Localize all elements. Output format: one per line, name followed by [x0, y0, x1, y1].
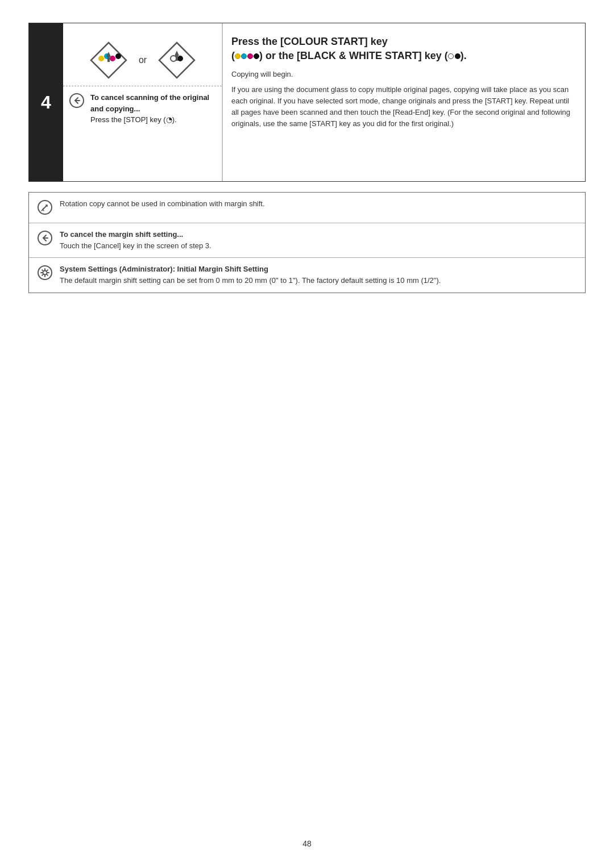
info-section: Rotation copy cannot be used in combinat…: [28, 192, 586, 293]
colour-key-svg: [89, 40, 128, 80]
cancel-margin-body: Touch the [Cancel] key in the screen of …: [60, 241, 211, 250]
svg-rect-6: [107, 56, 110, 62]
colour-start-key: [89, 40, 128, 80]
info-system-settings-text: System Settings (Administrator): Initial…: [60, 264, 441, 286]
page-number: 48: [0, 839, 614, 848]
svg-marker-10: [175, 51, 179, 56]
svg-point-4: [115, 53, 121, 59]
dot-black: [254, 53, 259, 59]
system-settings-label: System Settings (Administrator): Initial…: [60, 265, 268, 273]
cancel-scanning-area: To cancel scanning of the original and c…: [63, 86, 222, 131]
dot-white: [448, 53, 454, 59]
body-line-1: Copying will begin.: [231, 69, 571, 80]
step-text-area: Press the [COLOUR START] key ( ) or the …: [222, 23, 585, 181]
info-row-cancel-margin: To cancel the margin shift setting... To…: [29, 223, 585, 258]
svg-point-20: [38, 266, 52, 279]
svg-rect-11: [176, 55, 178, 61]
cancel-scanning-body: Press the [STOP] key (◔).: [90, 115, 177, 124]
info-row-rotation: Rotation copy cannot be used in combinat…: [29, 193, 585, 223]
svg-line-26: [42, 270, 43, 271]
step-icons-area: or: [63, 23, 222, 86]
info-row-system-settings: System Settings (Administrator): Initial…: [29, 258, 585, 292]
colour-start-diamond: [89, 40, 128, 80]
back-circle-icon-2: [37, 230, 53, 246]
svg-point-21: [43, 271, 47, 275]
info-cancel-margin-text: To cancel the margin shift setting... To…: [60, 229, 211, 252]
bw-dots-title: [448, 53, 460, 59]
svg-point-9: [177, 56, 183, 61]
bw-start-key: [157, 40, 197, 80]
bw-key-svg: [157, 40, 197, 80]
step-box: 4: [28, 23, 586, 182]
dot-cyan: [241, 53, 247, 59]
svg-point-8: [171, 56, 176, 61]
svg-line-28: [47, 270, 48, 271]
body-line-2: If you are using the document glass to c…: [231, 84, 571, 130]
cancel-margin-label: To cancel the margin shift setting...: [60, 230, 183, 239]
dot-black-2: [455, 53, 460, 59]
cancel-scanning-label: To cancel scanning of the original and c…: [90, 93, 209, 113]
step-title: Press the [COLOUR START] key ( ) or the …: [231, 35, 571, 63]
svg-point-1: [98, 56, 104, 61]
back-icon-margin-wrapper: [37, 230, 53, 248]
svg-line-27: [47, 274, 48, 276]
system-settings-body: The default margin shift setting can be …: [60, 276, 441, 285]
step-content: or: [63, 23, 585, 181]
colour-dots-title: [235, 53, 259, 59]
page-wrapper: 4: [0, 0, 614, 868]
step-number: 4: [29, 23, 63, 181]
or-label: or: [139, 55, 147, 65]
back-icon-cancel: [69, 93, 85, 110]
cancel-scanning-text: To cancel scanning of the original and c…: [90, 92, 213, 126]
pencil-circle-icon: [37, 199, 53, 215]
dot-yellow: [235, 53, 240, 59]
svg-line-29: [42, 274, 43, 276]
info-rotation-text: Rotation copy cannot be used in combinat…: [60, 198, 265, 210]
step-body: Copying will begin. If you are using the…: [231, 69, 571, 130]
back-circle-icon: [69, 93, 85, 108]
bw-start-diamond: [157, 40, 197, 80]
gear-circle-icon: [37, 265, 53, 281]
keys-row: or: [89, 40, 197, 80]
pencil-icon-wrapper: [37, 199, 53, 217]
gear-icon-wrapper: [37, 265, 53, 282]
dot-magenta: [247, 53, 253, 59]
